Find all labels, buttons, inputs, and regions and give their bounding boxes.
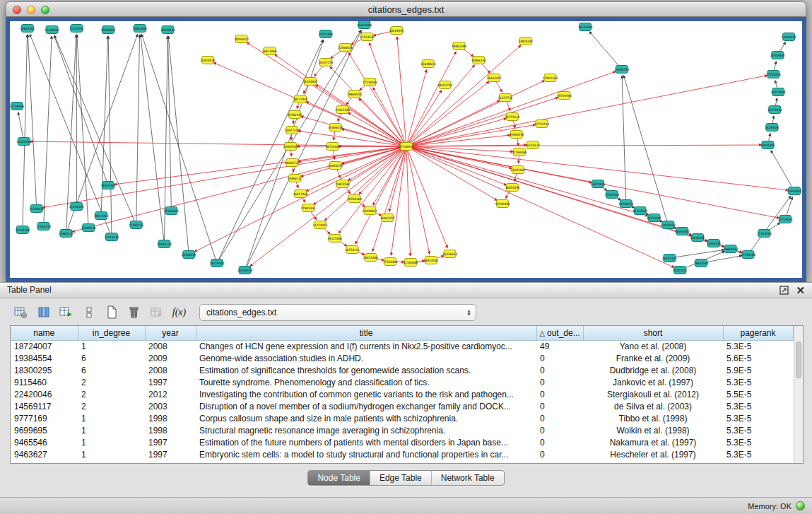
- graph-node[interactable]: 14040443: [160, 26, 175, 34]
- graph-node[interactable]: 13309220: [81, 224, 96, 232]
- graph-node[interactable]: 20774504: [771, 88, 786, 96]
- graph-node[interactable]: 14850342: [518, 37, 533, 45]
- graph-edge[interactable]: [406, 76, 767, 146]
- graph-node[interactable]: 12440401: [45, 26, 59, 34]
- column-header-out_de[interactable]: △out_de...: [536, 326, 583, 340]
- graph-node[interactable]: 25200650: [29, 205, 44, 213]
- graph-node[interactable]: 15723304: [318, 30, 333, 38]
- graph-node[interactable]: 10334404: [15, 226, 30, 234]
- graph-edge[interactable]: [406, 82, 489, 146]
- table-cell[interactable]: 0: [536, 388, 583, 400]
- graph-node[interactable]: 11431505: [69, 25, 84, 33]
- graph-node[interactable]: 17504509: [604, 191, 619, 199]
- graph-node[interactable]: 16021463: [293, 190, 308, 198]
- graph-node[interactable]: 19360112: [288, 175, 302, 182]
- graph-edge[interactable]: [30, 141, 406, 146]
- minimize-window-button[interactable]: [27, 6, 35, 14]
- graph-node[interactable]: 14945405: [760, 141, 775, 149]
- graph-edge[interactable]: [136, 35, 140, 225]
- tab-network-table[interactable]: Network Table: [431, 471, 504, 485]
- table-cell[interactable]: 2: [78, 388, 145, 400]
- graph-node[interactable]: 20977354: [285, 127, 300, 134]
- graph-node[interactable]: 15954034: [770, 52, 785, 59]
- table-scrollbar[interactable]: [794, 326, 803, 463]
- column-header-short[interactable]: short: [583, 326, 723, 340]
- graph-edge[interactable]: [373, 146, 406, 205]
- table-cell[interactable]: 9465546: [11, 436, 78, 448]
- graph-edge[interactable]: [108, 36, 112, 237]
- graph-edge[interactable]: [194, 146, 406, 252]
- graph-node[interactable]: 18273343: [767, 106, 782, 114]
- graph-edge[interactable]: [406, 146, 648, 216]
- graph-node[interactable]: 25160605: [164, 207, 179, 215]
- graph-node[interactable]: 21913103: [335, 106, 350, 114]
- table-cell[interactable]: Estimation of significance thresholds fo…: [196, 364, 536, 376]
- graph-node[interactable]: 23067933: [283, 143, 298, 151]
- graph-node[interactable]: 12160468: [512, 148, 526, 156]
- row-height-button[interactable]: [79, 303, 98, 321]
- show-columns-button[interactable]: [34, 303, 53, 321]
- table-cell[interactable]: 1: [78, 340, 145, 352]
- graph-node[interactable]: 15905139: [157, 240, 172, 248]
- table-cell[interactable]: 2008: [145, 364, 196, 376]
- graph-node[interactable]: 19861309: [452, 42, 466, 50]
- graph-node[interactable]: 17982333: [300, 204, 315, 212]
- table-cell[interactable]: 1: [78, 436, 145, 448]
- table-cell[interactable]: Corpus callosum shape and size in male p…: [196, 412, 536, 424]
- graph-node[interactable]: 20020534: [201, 57, 216, 64]
- graph-node[interactable]: 15950490: [495, 200, 510, 208]
- table-cell[interactable]: 5.3E-5: [723, 400, 793, 412]
- table-cell[interactable]: 9777169: [11, 412, 78, 424]
- table-cell[interactable]: Changes of HCN gene expression and I(f) …: [196, 340, 536, 352]
- column-header-in_degree[interactable]: in_degree: [78, 326, 145, 340]
- graph-node[interactable]: 12554404: [16, 138, 31, 146]
- graph-node[interactable]: 15823560: [335, 180, 350, 188]
- table-cell[interactable]: Franke et al. (2009): [583, 352, 723, 364]
- table-cell[interactable]: 18300295: [11, 364, 78, 376]
- graph-node[interactable]: 16754411: [345, 246, 360, 254]
- graph-node[interactable]: 11238806: [10, 103, 25, 110]
- tab-node-table[interactable]: Node Table: [308, 471, 370, 485]
- graph-edge[interactable]: [748, 196, 791, 255]
- graph-node[interactable]: 17739108: [741, 251, 755, 259]
- table-cell[interactable]: 5.5E-5: [723, 388, 793, 400]
- import-table-button[interactable]: [147, 303, 166, 321]
- graph-edge[interactable]: [406, 70, 426, 146]
- graph-node[interactable]: 18163425: [487, 74, 502, 82]
- graph-edge[interactable]: [372, 146, 406, 251]
- new-table-button[interactable]: [102, 303, 121, 321]
- table-cell[interactable]: 1: [78, 448, 145, 460]
- graph-node[interactable]: 18834504: [694, 259, 709, 267]
- graph-node[interactable]: 19448794: [614, 66, 629, 74]
- graph-node[interactable]: 16774114: [505, 113, 519, 121]
- table-cell[interactable]: 0: [536, 412, 583, 424]
- graph-edge[interactable]: [44, 36, 52, 226]
- table-cell[interactable]: 18724007: [11, 340, 78, 352]
- graph-node[interactable]: 16234404: [765, 124, 779, 132]
- graph-edge[interactable]: [341, 129, 406, 146]
- graph-node[interactable]: 18129444: [209, 259, 224, 267]
- graph-node[interactable]: 17505135: [129, 221, 143, 229]
- graph-node[interactable]: 19330469: [347, 195, 362, 203]
- table-cell[interactable]: Disruption of a novel member of a sodium…: [196, 400, 536, 412]
- create-column-button[interactable]: [57, 303, 76, 321]
- graph-edge[interactable]: [389, 146, 406, 211]
- graph-edge[interactable]: [54, 35, 108, 185]
- table-cell[interactable]: de Silva et al. (2003): [583, 400, 723, 412]
- graph-node[interactable]: 15866154: [471, 57, 486, 64]
- graph-node[interactable]: 16116612: [525, 141, 540, 149]
- graph-node[interactable]: 19860914: [347, 90, 362, 98]
- graph-node[interactable]: 21677750: [498, 94, 512, 102]
- graph-node[interactable]: 21054033: [661, 221, 676, 229]
- table-cell[interactable]: Nakamura et al. (1997): [583, 436, 723, 448]
- graph-node[interactable]: 19564556: [509, 131, 524, 139]
- table-cell[interactable]: Dudbridge et al. (2008): [583, 364, 723, 376]
- graph-edge[interactable]: [28, 35, 36, 209]
- table-scrollbar-thumb[interactable]: [796, 341, 801, 378]
- table-cell[interactable]: 9699695: [11, 424, 78, 436]
- graph-node[interactable]: 19860433: [723, 245, 738, 253]
- function-builder-button[interactable]: f(x): [170, 303, 189, 321]
- graph-edge[interactable]: [406, 146, 497, 200]
- graph-node[interactable]: 14204067: [302, 78, 317, 86]
- table-cell[interactable]: 9463627: [11, 448, 78, 460]
